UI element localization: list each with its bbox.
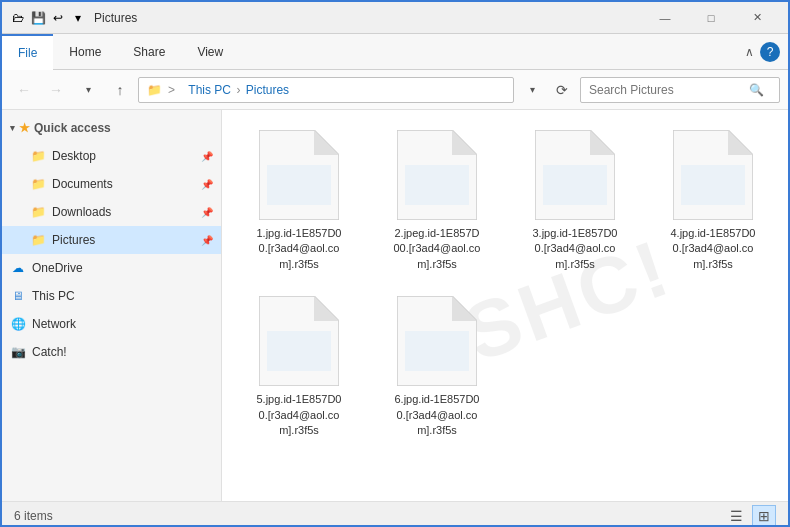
path-folder-icon: 📁	[147, 83, 162, 97]
sidebar-item-onedrive[interactable]: ☁ OneDrive	[2, 254, 221, 282]
file-item[interactable]: 1.jpg.id-1E857D00.[r3ad4@aol.com].r3f5s	[234, 122, 364, 280]
sidebar-item-network[interactable]: 🌐 Network	[2, 310, 221, 338]
file-name: 3.jpg.id-1E857D00.[r3ad4@aol.com].r3f5s	[532, 226, 617, 272]
search-box[interactable]: 🔍	[580, 77, 780, 103]
sidebar: ▾ ★ Quick access 📁 Desktop 📌 📁 Documents…	[2, 110, 222, 501]
svg-rect-17	[405, 331, 469, 371]
path-dropdown-button[interactable]: ▾	[518, 76, 546, 104]
folder-icon: 📁	[30, 176, 46, 192]
sidebar-label-desktop: Desktop	[52, 149, 96, 163]
search-input[interactable]	[589, 83, 749, 97]
file-item[interactable]: 6.jpg.id-1E857D00.[r3ad4@aol.com].r3f5s	[372, 288, 502, 446]
sidebar-label-downloads: Downloads	[52, 205, 111, 219]
maximize-button[interactable]: □	[688, 2, 734, 34]
pin-icon: 📌	[201, 151, 213, 162]
close-button[interactable]: ✕	[734, 2, 780, 34]
folder-icon: 📁	[30, 232, 46, 248]
status-bar: 6 items ☰ ⊞	[2, 501, 788, 527]
file-icon	[673, 130, 753, 220]
sidebar-item-catch[interactable]: 📷 Catch!	[2, 338, 221, 366]
svg-marker-13	[314, 296, 339, 321]
svg-marker-1	[314, 130, 339, 155]
up-button[interactable]: ↑	[106, 76, 134, 104]
address-actions: ▾ ⟳	[518, 76, 576, 104]
window-title: Pictures	[94, 11, 642, 25]
sidebar-quick-access: ▾ ★ Quick access	[2, 114, 221, 142]
file-item[interactable]: 4.jpg.id-1E857D00.[r3ad4@aol.com].r3f5s	[648, 122, 778, 280]
pin-icon: 📌	[201, 179, 213, 190]
pin-icon: 📌	[201, 235, 213, 246]
svg-marker-16	[452, 296, 477, 321]
ribbon: File Home Share View ∧ ?	[2, 34, 788, 70]
file-icon	[259, 296, 339, 386]
sidebar-label-this-pc: This PC	[32, 289, 75, 303]
ribbon-collapse-icon[interactable]: ∧	[745, 45, 754, 59]
tab-home[interactable]: Home	[53, 34, 117, 70]
file-icon	[535, 130, 615, 220]
refresh-button[interactable]: ⟳	[548, 76, 576, 104]
sidebar-item-pictures[interactable]: 📁 Pictures 📌	[2, 226, 221, 254]
title-bar: 🗁 💾 ↩ ▾ Pictures — □ ✕	[2, 2, 788, 34]
address-bar: ← → ▾ ↑ 📁 > This PC › Pictures ▾ ⟳ 🔍	[2, 70, 788, 110]
sidebar-item-this-pc[interactable]: 🖥 This PC	[2, 282, 221, 310]
sidebar-item-documents[interactable]: 📁 Documents 📌	[2, 170, 221, 198]
undo-icon[interactable]: ↩	[50, 10, 66, 26]
svg-marker-4	[452, 130, 477, 155]
file-icon	[397, 130, 477, 220]
address-path[interactable]: 📁 > This PC › Pictures	[138, 77, 514, 103]
file-name: 5.jpg.id-1E857D00.[r3ad4@aol.com].r3f5s	[256, 392, 341, 438]
sidebar-item-desktop[interactable]: 📁 Desktop 📌	[2, 142, 221, 170]
window-controls: — □ ✕	[642, 2, 780, 34]
save-icon[interactable]: 💾	[30, 10, 46, 26]
content-area: !SHC! 1.jpg.id-1E857D00.[r3ad4@aol.com].…	[222, 110, 788, 501]
pc-icon: 🖥	[10, 288, 26, 304]
folder-icon: 📁	[30, 148, 46, 164]
large-icons-view-button[interactable]: ⊞	[752, 505, 776, 527]
title-bar-icons: 🗁 💾 ↩ ▾	[10, 10, 86, 26]
svg-rect-2	[267, 165, 331, 205]
item-count: 6 items	[14, 509, 53, 523]
forward-button[interactable]: →	[42, 76, 70, 104]
quick-access-expand-icon[interactable]: ▾	[10, 123, 15, 133]
file-name: 2.jpeg.id-1E857D00.[r3ad4@aol.com].r3f5s	[393, 226, 480, 272]
path-this-pc[interactable]: This PC	[188, 83, 231, 97]
sidebar-label-network: Network	[32, 317, 76, 331]
tab-view[interactable]: View	[181, 34, 239, 70]
sidebar-label-documents: Documents	[52, 177, 113, 191]
svg-rect-11	[681, 165, 745, 205]
network-icon: 🌐	[10, 316, 26, 332]
list-view-button[interactable]: ☰	[724, 505, 748, 527]
file-name: 4.jpg.id-1E857D00.[r3ad4@aol.com].r3f5s	[670, 226, 755, 272]
sidebar-label-catch: Catch!	[32, 345, 67, 359]
quick-access-label: Quick access	[34, 121, 111, 135]
folder-icon: 📁	[30, 204, 46, 220]
tab-file[interactable]: File	[2, 34, 53, 70]
catch-icon: 📷	[10, 344, 26, 360]
svg-marker-7	[590, 130, 615, 155]
file-icon	[259, 130, 339, 220]
sidebar-label-pictures: Pictures	[52, 233, 95, 247]
svg-marker-10	[728, 130, 753, 155]
file-item[interactable]: 5.jpg.id-1E857D00.[r3ad4@aol.com].r3f5s	[234, 288, 364, 446]
dropdown-nav-button[interactable]: ▾	[74, 76, 102, 104]
svg-rect-14	[267, 331, 331, 371]
star-icon: ★	[19, 121, 30, 135]
back-button[interactable]: ←	[10, 76, 38, 104]
path-pictures[interactable]: Pictures	[246, 83, 289, 97]
file-grid: 1.jpg.id-1E857D00.[r3ad4@aol.com].r3f5s …	[234, 122, 776, 446]
view-controls: ☰ ⊞	[724, 505, 776, 527]
main-area: ▾ ★ Quick access 📁 Desktop 📌 📁 Documents…	[2, 110, 788, 501]
help-icon[interactable]: ?	[760, 42, 780, 62]
file-name: 1.jpg.id-1E857D00.[r3ad4@aol.com].r3f5s	[256, 226, 341, 272]
sidebar-label-onedrive: OneDrive	[32, 261, 83, 275]
sidebar-item-downloads[interactable]: 📁 Downloads 📌	[2, 198, 221, 226]
svg-rect-5	[405, 165, 469, 205]
dropdown-icon[interactable]: ▾	[70, 10, 86, 26]
file-item[interactable]: 2.jpeg.id-1E857D00.[r3ad4@aol.com].r3f5s	[372, 122, 502, 280]
app-icon: 🗁	[10, 10, 26, 26]
tab-share[interactable]: Share	[117, 34, 181, 70]
pin-icon: 📌	[201, 207, 213, 218]
file-name: 6.jpg.id-1E857D00.[r3ad4@aol.com].r3f5s	[394, 392, 479, 438]
file-item[interactable]: 3.jpg.id-1E857D00.[r3ad4@aol.com].r3f5s	[510, 122, 640, 280]
minimize-button[interactable]: —	[642, 2, 688, 34]
